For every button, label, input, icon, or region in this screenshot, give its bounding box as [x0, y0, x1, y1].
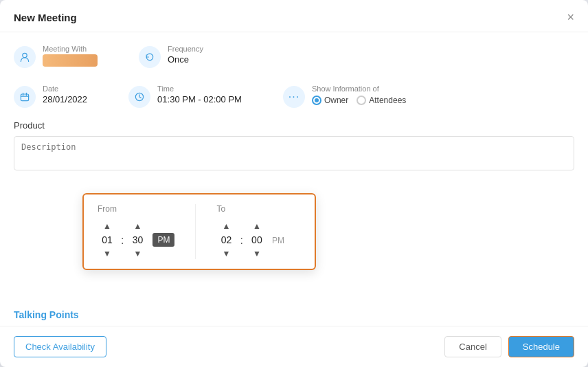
meeting-with-label: Meeting With [43, 45, 98, 53]
svg-rect-1 [21, 94, 28, 101]
calendar-svg [19, 91, 30, 102]
from-hour-up[interactable]: ▲ [100, 221, 114, 232]
time-content: Time 01:30 PM - 02:00 PM [157, 85, 242, 104]
to-controls: ▲ 02 ▼ : ▲ 00 ▼ PM [216, 221, 284, 259]
from-minute-column: ▲ 30 ▼ [128, 221, 147, 259]
from-hour-column: ▲ 01 ▼ [98, 221, 117, 259]
from-minute-value: 30 [128, 233, 147, 247]
from-label: From [98, 204, 174, 214]
from-minute-down[interactable]: ▼ [131, 248, 145, 259]
to-minute-up[interactable]: ▲ [250, 221, 264, 232]
talking-points-section: Talking Points [0, 309, 588, 326]
date-value: 28/01/2022 [43, 94, 87, 104]
refresh-icon [139, 46, 161, 68]
from-colon: : [120, 234, 125, 247]
dots-icon: ··· [283, 86, 305, 108]
frequency-content: Frequency Once [168, 45, 203, 65]
calendar-icon [14, 86, 36, 108]
show-info-content: Show Information of Owner Attendees [312, 85, 406, 105]
radio-attendees[interactable]: Attendees [357, 96, 406, 105]
svg-point-0 [23, 53, 27, 57]
check-availability-button[interactable]: Check Availability [14, 336, 106, 357]
frequency-group: Frequency Once [139, 45, 203, 68]
show-info-label: Show Information of [312, 85, 406, 93]
meeting-with-content: Meeting With [43, 45, 98, 67]
dialog-footer: Check Availability Cancel Schedule [0, 326, 588, 367]
frequency-value: Once [168, 54, 203, 65]
from-hour-value: 01 [98, 233, 117, 247]
schedule-button[interactable]: Schedule [508, 336, 574, 357]
person-icon [14, 46, 36, 68]
clock-svg [134, 91, 145, 102]
from-minute-up[interactable]: ▲ [131, 221, 145, 232]
to-minute-down[interactable]: ▼ [250, 248, 264, 259]
close-button[interactable]: × [567, 11, 574, 23]
radio-attendees-circle [357, 96, 366, 105]
footer-right: Cancel Schedule [444, 336, 574, 357]
time-label: Time [157, 85, 242, 93]
meeting-with-group: Meeting With [14, 45, 98, 68]
refresh-svg [144, 52, 155, 63]
time-value: 01:30 PM - 02:00 PM [157, 94, 242, 104]
from-section: From ▲ 01 ▼ : ▲ 30 ▼ [98, 204, 174, 259]
row-meeting-frequency: Meeting With Frequency Once [14, 45, 574, 68]
to-colon: : [238, 234, 244, 247]
from-hour-down[interactable]: ▼ [100, 248, 114, 259]
date-group: Date 28/01/2022 [14, 85, 87, 108]
time-picker-sections: From ▲ 01 ▼ : ▲ 30 ▼ [98, 204, 301, 259]
to-minute-value: 00 [247, 233, 267, 247]
show-info-group: ··· Show Information of Owner Attendees [283, 85, 406, 108]
radio-attendees-label: Attendees [369, 96, 406, 105]
time-picker-popup: From ▲ 01 ▼ : ▲ 30 ▼ [82, 193, 316, 270]
new-meeting-dialog: New Meeting × Meeting With [0, 0, 588, 367]
dialog-title: New Meeting [14, 12, 77, 23]
radio-owner-label: Owner [324, 96, 348, 105]
talking-points-label: Talking Points [14, 309, 574, 320]
to-hour-up[interactable]: ▲ [220, 221, 234, 232]
to-section: To ▲ 02 ▼ : ▲ 00 ▼ [216, 204, 284, 259]
to-label: To [216, 204, 284, 214]
radio-owner[interactable]: Owner [312, 96, 348, 105]
radio-owner-circle [312, 96, 321, 105]
person-svg [19, 52, 30, 63]
dialog-header: New Meeting × [0, 0, 588, 32]
description-textarea[interactable] [14, 136, 574, 170]
date-content: Date 28/01/2022 [43, 85, 87, 104]
frequency-label: Frequency [168, 45, 203, 53]
to-hour-value: 02 [216, 233, 236, 247]
to-ampm-plain: PM [272, 234, 284, 245]
show-info-options: Owner Attendees [312, 96, 406, 105]
from-controls: ▲ 01 ▼ : ▲ 30 ▼ PM [98, 221, 174, 259]
to-minute-column: ▲ 00 ▼ [247, 221, 267, 259]
meeting-with-avatar [43, 54, 98, 67]
row-date-time: Date 28/01/2022 Time 01:30 PM - 02:00 PM [14, 85, 574, 108]
product-label: Product [14, 120, 574, 131]
to-hour-column: ▲ 02 ▼ [216, 221, 236, 259]
time-group[interactable]: Time 01:30 PM - 02:00 PM [128, 85, 242, 108]
to-hour-down[interactable]: ▼ [220, 248, 234, 259]
time-picker-separator [195, 204, 196, 259]
cancel-button[interactable]: Cancel [444, 336, 501, 357]
date-label: Date [43, 85, 87, 93]
from-ampm-button[interactable]: PM [152, 233, 174, 247]
dialog-body: Meeting With Frequency Once [0, 32, 588, 296]
product-area: Product [14, 120, 574, 173]
clock-icon [128, 86, 150, 108]
